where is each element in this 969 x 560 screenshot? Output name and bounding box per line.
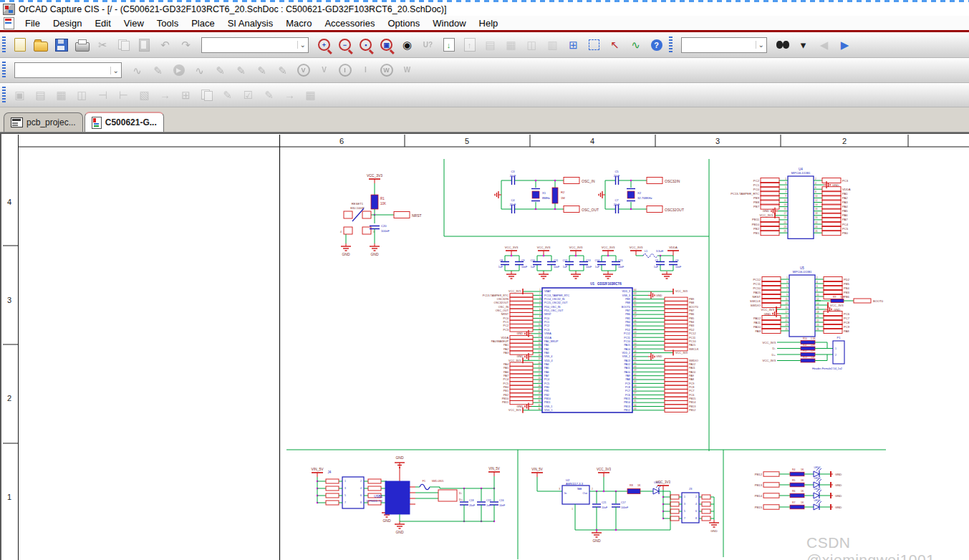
- net-label: PB3: [844, 291, 850, 294]
- area-select-icon[interactable]: [584, 36, 604, 54]
- save-document-icon[interactable]: [52, 36, 71, 54]
- menu-item-help[interactable]: Help: [473, 17, 505, 29]
- toolbar-grip[interactable]: [669, 37, 672, 54]
- fuse-part: SMD-0805: [432, 480, 444, 483]
- cap-value: 10nF: [554, 266, 560, 269]
- menu-item-accessories[interactable]: Accessories: [318, 17, 381, 29]
- menu-item-options[interactable]: Options: [381, 17, 426, 29]
- pin-number: 5: [684, 510, 685, 513]
- power-label: VCC_3V3: [602, 246, 615, 249]
- pin-name: PB15: [624, 397, 630, 400]
- menu-item-design[interactable]: Design: [47, 17, 88, 29]
- pin-name: PB1: [544, 390, 549, 392]
- usb-pullup-header[interactable]: VCC_3V3R101.5KD-R1122RD+R1222RVCC_3V3R13…: [762, 336, 844, 370]
- cis-explorer-icon: ▤: [31, 86, 50, 105]
- led-array[interactable]: PB12R41KLED2GNDPB13R51KLED3GNDPB14R61KLE…: [755, 466, 842, 510]
- document-tab-1[interactable]: C500621-G...: [85, 112, 164, 132]
- connector-j3[interactable]: VCC_3V3J312345678GND: [656, 481, 719, 533]
- net-label: PC6: [689, 394, 694, 397]
- toolbar-grip[interactable]: [2, 37, 6, 54]
- pin-number: 5: [786, 285, 788, 288]
- zoom-in-icon[interactable]: +: [314, 36, 334, 54]
- print-icon[interactable]: [72, 36, 92, 54]
- tab-label: pcb_projec...: [26, 117, 76, 127]
- find-next-icon[interactable]: ▶: [835, 36, 854, 54]
- led-symbol: [653, 488, 659, 494]
- open-document-icon[interactable]: [31, 36, 50, 54]
- pin-number: 3: [344, 487, 346, 490]
- zoom-scale-combo[interactable]: ⌄: [201, 37, 309, 53]
- net-label: VCC_3V3: [762, 341, 776, 344]
- fisheye-view-icon[interactable]: ◉: [397, 36, 417, 54]
- page-frame[interactable]: 654324321: [3, 135, 969, 560]
- menu-item-tools[interactable]: Tools: [150, 17, 185, 29]
- menu-item-window[interactable]: Window: [426, 17, 472, 29]
- junction-dot: [596, 529, 597, 531]
- menu-item-place[interactable]: Place: [185, 17, 221, 29]
- schematic-page[interactable]: 654324321VCC_3V3R110KNRSTRESET1B3U-1000P…: [1, 134, 969, 560]
- net-box: [702, 502, 710, 506]
- zoom-scale-combo-dropdown-icon[interactable]: ⌄: [297, 41, 308, 49]
- paste-icon: [135, 36, 154, 54]
- led-ref: LED2: [814, 466, 821, 469]
- led-ref: LED5: [814, 499, 821, 502]
- simulation-profile-combo-dropdown-icon[interactable]: ⌄: [110, 67, 121, 74]
- search-combo[interactable]: ⌄: [681, 37, 767, 53]
- connector-u5[interactable]: U5MIPC06-D13B11PC123PC115PC107PA159NRST1…: [750, 266, 884, 337]
- net-label: PB5: [844, 282, 850, 286]
- net-label: PA6: [842, 213, 848, 217]
- net-label: PC10: [753, 286, 761, 290]
- hse-oscillator[interactable]: C320pFC420pFX18MHzR21MOSC_INOSC_OUT: [495, 170, 599, 213]
- menu-item-macro[interactable]: Macro: [279, 17, 318, 29]
- connector-part: MIPC06-D13B1: [793, 271, 812, 274]
- cap-ref: C13: [586, 259, 591, 262]
- ldo-regulator[interactable]: VIN_5V3U2AMS1117-3.3InOutTAB2VCC_3V31C21…: [531, 468, 670, 543]
- gnd-label: GND: [832, 183, 839, 187]
- child-window-icon[interactable]: [4, 17, 14, 29]
- net-label: PA5: [503, 367, 508, 370]
- menu-item-si-analysis[interactable]: SI Analysis: [221, 17, 280, 29]
- new-document-icon[interactable]: [10, 36, 29, 54]
- mcu-u1[interactable]: U1GD32F103RCT6VBAT1VCC_3V3PC13_TAMPER_RT…: [483, 282, 699, 413]
- ruler-col-label: 5: [465, 137, 469, 145]
- simulation-profile-combo[interactable]: ⌄: [14, 62, 122, 78]
- zoom-all-icon[interactable]: ▣: [377, 36, 396, 54]
- pin-name: PA10: [624, 371, 630, 374]
- probe-icon[interactable]: ↖: [605, 36, 625, 54]
- application-window: OrCAD Capture CIS - [/ - (C500621-GD32F1…: [0, 0, 969, 560]
- search-combo-dropdown-icon[interactable]: ⌄: [756, 41, 766, 49]
- pin-number: 18: [816, 311, 819, 314]
- help-icon[interactable]: ?: [647, 36, 666, 54]
- title-bar[interactable]: OrCAD Capture CIS - [/ - (C500621-GD32F1…: [0, 2, 969, 16]
- menu-item-file[interactable]: File: [19, 17, 47, 29]
- reset-circuit[interactable]: VCC_3V3R110KNRSTRESET1B3U-1000P43GNDC201…: [340, 173, 422, 256]
- resistor-ref: R2: [561, 190, 565, 194]
- decoupling-caps[interactable]: VCC_3V3C81uFC910nFVCC_3V3C101uFC1110nFVC…: [498, 246, 682, 279]
- snap-to-grid-icon[interactable]: ⊞: [564, 36, 583, 54]
- toolbar-grip[interactable]: [2, 62, 6, 79]
- gnd-label: GND: [835, 494, 842, 498]
- pin-number: 4: [539, 300, 541, 303]
- net-box: [665, 339, 688, 343]
- lse-oscillator[interactable]: C520pFC720pFX232.768KHzOSC32INOSC32OUT: [599, 170, 684, 213]
- toolbar-grip[interactable]: [2, 87, 6, 104]
- toolbar-cis: ▣▤▦◫⊣⊢▧→⊞✎☑✎→▦: [0, 83, 969, 107]
- document-tab-0[interactable]: pcb_projec...: [4, 112, 83, 132]
- net-box: [510, 347, 533, 351]
- pin-number: 1: [835, 347, 837, 350]
- power-label: VCC_3V3: [675, 352, 688, 354]
- descend-hierarchy-icon[interactable]: ↓: [439, 36, 458, 54]
- find-options-dropdown-icon[interactable]: ▾: [794, 36, 813, 54]
- menu-item-view[interactable]: View: [117, 17, 150, 29]
- connector-u4[interactable]: U4MIPC06-D13B11PC23PC15PC07PC13-TAMPER_R…: [731, 168, 851, 238]
- net-label: PC8: [844, 321, 850, 324]
- schematic-canvas[interactable]: 654324321VCC_3V3R110KNRSTRESET1B3U-1000P…: [0, 132, 969, 560]
- zoom-area-icon[interactable]: ▪: [356, 36, 375, 54]
- resistor-value: 1.5K: [811, 337, 816, 340]
- menu-item-edit[interactable]: Edit: [88, 17, 117, 29]
- find-icon[interactable]: [773, 36, 792, 54]
- zoom-out-icon[interactable]: −: [335, 36, 355, 54]
- marker-power-glyph: ✎: [278, 65, 287, 76]
- connectivity-trace-icon[interactable]: ∿: [626, 36, 645, 54]
- pin-number: 2: [815, 178, 816, 180]
